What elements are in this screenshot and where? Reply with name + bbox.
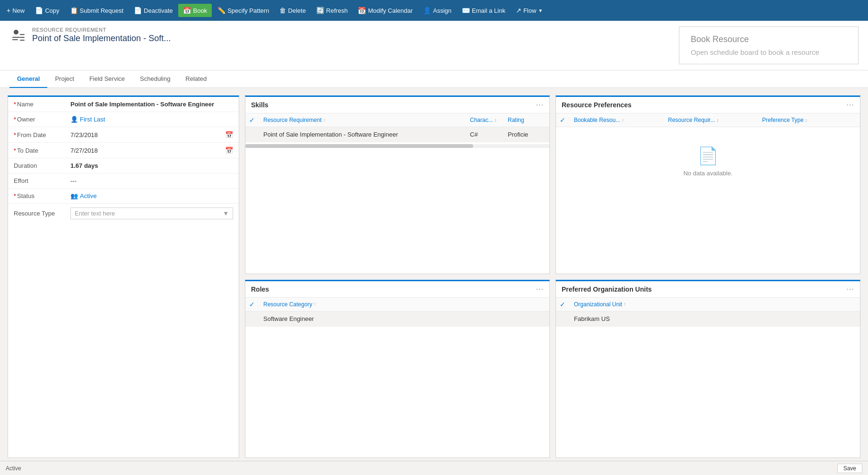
roles-col-category[interactable]: Resource Category ↑ bbox=[263, 301, 546, 308]
delete-button[interactable]: 🗑 Delete bbox=[275, 4, 311, 17]
form-row-from-date: *From Date 7/23/2018 📅 bbox=[8, 127, 239, 143]
record-info: RESOURCE REQUIREMENT Point of Sale Imple… bbox=[9, 26, 171, 43]
to-date-field: 7/27/2018 📅 bbox=[70, 147, 233, 154]
book-icon: 📅 bbox=[183, 7, 191, 14]
to-date-calendar-icon[interactable]: 📅 bbox=[225, 147, 233, 154]
book-resource-title: Book Resource bbox=[691, 35, 847, 44]
tab-scheduling[interactable]: Scheduling bbox=[132, 70, 178, 88]
roles-checkmark: ✓ bbox=[249, 301, 255, 308]
delete-icon: 🗑 bbox=[279, 7, 286, 14]
nav-tabs: General Project Field Service Scheduling… bbox=[0, 70, 868, 88]
main-content: *Name Point of Sale Implementation - Sof… bbox=[0, 88, 868, 466]
flow-button[interactable]: ↗ Flow ▼ bbox=[511, 4, 547, 17]
book-resource-card[interactable]: Book Resource Open schedule board to boo… bbox=[679, 26, 859, 64]
modify-calendar-button[interactable]: 📆 Modify Calendar bbox=[353, 4, 417, 17]
dropdown-arrow-icon: ▼ bbox=[223, 210, 229, 217]
copy-button[interactable]: 📄 Copy bbox=[30, 4, 64, 17]
refresh-button[interactable]: 🔄 Refresh bbox=[312, 4, 353, 17]
skills-title: Skills bbox=[251, 101, 269, 109]
from-date-field: 7/23/2018 📅 bbox=[70, 131, 233, 138]
duration-label: Duration bbox=[8, 158, 65, 173]
save-button[interactable]: Save bbox=[837, 464, 862, 473]
resource-type-value: Enter text here ▼ bbox=[65, 204, 239, 224]
skills-col-rating[interactable]: Rating bbox=[508, 117, 546, 123]
required-asterisk: * bbox=[14, 147, 16, 154]
preferred-org-units-panel: Preferred Organization Units ··· ✓ Organ… bbox=[556, 280, 860, 458]
email-link-button[interactable]: ✉️ Email a Link bbox=[457, 4, 510, 17]
submit-icon: 📋 bbox=[70, 7, 78, 14]
specify-pattern-icon: ✏️ bbox=[217, 7, 226, 14]
skills-more-button[interactable]: ··· bbox=[536, 101, 544, 109]
required-asterisk: * bbox=[14, 116, 16, 123]
svg-rect-1 bbox=[12, 37, 20, 38]
roles-title: Roles bbox=[251, 285, 269, 293]
calendar-icon: 📆 bbox=[358, 7, 366, 14]
skills-cell-characteristic: C# bbox=[470, 131, 508, 138]
resource-prefs-no-data: 📄 No data available. bbox=[556, 127, 860, 196]
from-date-calendar-icon[interactable]: 📅 bbox=[225, 131, 233, 138]
preferred-org-more-button[interactable]: ··· bbox=[847, 285, 854, 294]
submit-request-button[interactable]: 📋 Submit Request bbox=[65, 4, 129, 17]
status-field[interactable]: 👥 Active bbox=[70, 192, 233, 199]
svg-rect-2 bbox=[12, 39, 18, 40]
resource-prefs-checkmark: ✓ bbox=[560, 116, 565, 124]
toolbar: + New 📄 Copy 📋 Submit Request 📄 Deactiva… bbox=[0, 0, 868, 21]
resource-preferences-panel: Resource Preferences ··· ✓ Bookable Reso… bbox=[556, 95, 860, 274]
tab-general[interactable]: General bbox=[9, 70, 47, 88]
email-icon: ✉️ bbox=[462, 7, 470, 14]
form-row-owner: *Owner 👤 First Last bbox=[8, 112, 239, 127]
resource-prefs-col-req[interactable]: Resource Requir... ↕ bbox=[668, 117, 762, 123]
owner-field[interactable]: 👤 First Last bbox=[70, 116, 233, 123]
resource-prefs-grid-header: ✓ Bookable Resou... ↑ Resource Requir...… bbox=[556, 113, 860, 127]
form-row-to-date: *To Date 7/27/2018 📅 bbox=[8, 143, 239, 158]
copy-icon: 📄 bbox=[35, 7, 43, 14]
roles-header: Roles ··· bbox=[245, 281, 549, 298]
skills-grid-header: ✓ Resource Requirement ↑ Charac... ↕ Rat… bbox=[245, 113, 549, 127]
skills-panel: Skills ··· ✓ Resource Requirement ↑ Char… bbox=[245, 95, 550, 274]
resource-type-dropdown[interactable]: Enter text here ▼ bbox=[70, 207, 233, 219]
person-list-icon bbox=[10, 27, 26, 43]
required-asterisk: * bbox=[14, 192, 16, 199]
new-button[interactable]: + New bbox=[2, 4, 29, 17]
resource-prefs-col-bookable[interactable]: Bookable Resou... ↑ bbox=[574, 117, 668, 123]
skills-col-characteristic[interactable]: Charac... ↕ bbox=[470, 117, 508, 123]
deactivate-button[interactable]: 📄 Deactivate bbox=[129, 4, 177, 17]
preferred-org-checkmark: ✓ bbox=[560, 301, 565, 308]
preferred-org-cell-unit: Fabrikam US bbox=[574, 315, 856, 322]
svg-point-0 bbox=[14, 30, 18, 35]
assign-button[interactable]: 👤 Assign bbox=[418, 4, 456, 17]
sort-updown-icon2: ↕ bbox=[716, 118, 719, 123]
tab-field-service[interactable]: Field Service bbox=[82, 70, 132, 88]
specify-pattern-button[interactable]: ✏️ Specify Pattern bbox=[213, 4, 274, 17]
book-button[interactable]: 📅 Book bbox=[178, 4, 212, 17]
deactivate-icon: 📄 bbox=[134, 7, 142, 14]
assign-icon: 👤 bbox=[423, 7, 431, 14]
status-bar: Active Save bbox=[0, 461, 868, 475]
skills-col-resource-requirement[interactable]: Resource Requirement ↑ bbox=[263, 117, 470, 123]
resource-prefs-more-button[interactable]: ··· bbox=[847, 101, 854, 109]
resource-prefs-col-type[interactable]: Preference Type ↕ bbox=[762, 117, 856, 123]
tab-related[interactable]: Related bbox=[178, 70, 214, 88]
roles-more-button[interactable]: ··· bbox=[536, 285, 544, 294]
status-value: 👥 Active bbox=[65, 189, 239, 204]
name-label: *Name bbox=[8, 97, 65, 112]
form-row-status: *Status 👥 Active bbox=[8, 189, 239, 204]
owner-value: 👤 First Last bbox=[65, 112, 239, 127]
tab-project[interactable]: Project bbox=[47, 70, 81, 88]
form-row-name: *Name Point of Sale Implementation - Sof… bbox=[8, 97, 239, 112]
preferred-org-col-unit[interactable]: Organizational Unit ↑ bbox=[574, 301, 856, 308]
skills-header: Skills ··· bbox=[245, 97, 549, 113]
refresh-icon: 🔄 bbox=[316, 7, 324, 14]
svg-rect-3 bbox=[20, 34, 25, 35]
flow-icon: ↗ bbox=[516, 7, 521, 14]
owner-label: *Owner bbox=[8, 112, 65, 127]
sort-updown-icon3: ↕ bbox=[805, 118, 807, 123]
skills-checkmark: ✓ bbox=[249, 116, 255, 124]
form-row-duration: Duration 1.67 days bbox=[8, 158, 239, 173]
skills-scrollbar[interactable] bbox=[245, 144, 549, 148]
preferred-org-sort-icon: ↑ bbox=[624, 302, 626, 307]
form-panel: *Name Point of Sale Implementation - Sof… bbox=[8, 95, 239, 458]
skills-cell-resource-req: Point of Sale Implementation - Software … bbox=[263, 131, 470, 138]
sort-up-icon: ↑ bbox=[323, 118, 325, 123]
skills-scroll-thumb bbox=[245, 144, 473, 148]
